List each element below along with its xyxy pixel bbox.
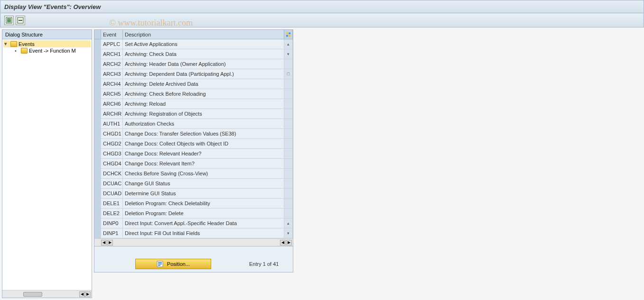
tree-horizontal-scrollbar[interactable]: ◀ ▶ (2, 290, 92, 298)
row-selector[interactable] (94, 119, 101, 128)
vertical-scroll-cell[interactable] (284, 79, 293, 89)
main-area: Dialog Structure ▾ Events • Event -> Fun… (0, 27, 644, 300)
toolbar (0, 13, 644, 27)
table-row[interactable]: APPLCSet Active Applications▴ (94, 39, 293, 49)
table-settings-button[interactable] (284, 30, 293, 39)
cell-description: Deletion Program: Delete (123, 209, 284, 218)
row-selector[interactable] (94, 49, 101, 59)
toolbar-collapse-all-button[interactable] (16, 16, 25, 25)
cell-event: DELE2 (101, 209, 123, 218)
vertical-scroll-cell[interactable] (284, 159, 293, 168)
row-selector[interactable] (94, 179, 101, 188)
vertical-scroll-cell[interactable]: ▴ (284, 39, 293, 49)
table-row[interactable]: ARCH5Archiving: Check Before Reloading (94, 89, 293, 99)
row-selector[interactable] (94, 159, 101, 168)
row-selector[interactable] (94, 69, 101, 79)
vertical-scroll-cell[interactable] (284, 179, 293, 188)
titlebar: Display View "Events": Overview (0, 0, 644, 13)
tree-item-events[interactable]: ▾ Events (3, 40, 91, 47)
row-selector[interactable] (94, 39, 101, 49)
table-row[interactable]: ARCH2Archiving: Header Data (Owner Appli… (94, 59, 293, 69)
cell-description: Change Docs: Transfer Selection Values (… (123, 129, 284, 138)
table-row[interactable]: DELE1Deletion Program: Check Deletabilit… (94, 199, 293, 209)
vertical-scroll-cell[interactable]: ▾ (284, 49, 293, 59)
vertical-scroll-cell[interactable] (284, 169, 293, 178)
row-selector[interactable] (94, 218, 101, 228)
vertical-scroll-cell[interactable]: ▾ (284, 228, 293, 238)
svg-rect-12 (158, 264, 162, 264)
scroll-track[interactable] (4, 292, 78, 297)
row-selector[interactable] (94, 209, 101, 218)
table-row[interactable]: DINP0Direct Input: Convert Appl.-Specifi… (94, 218, 293, 228)
table-row[interactable]: CHGD1Change Docs: Transfer Selection Val… (94, 129, 293, 139)
scroll-left-icon[interactable]: ◀ (280, 240, 286, 245)
table-row[interactable]: DELE2Deletion Program: Delete (94, 209, 293, 218)
scroll-right-icon[interactable]: ▶ (85, 291, 91, 297)
vertical-scroll-cell[interactable] (284, 199, 293, 208)
table-row[interactable]: ARCH6Archiving: Reload (94, 99, 293, 109)
toolbar-expand-all-button[interactable] (4, 16, 14, 25)
tree-toggle-icon[interactable]: ▾ (4, 41, 9, 47)
row-selector[interactable] (94, 89, 101, 99)
table-row[interactable]: DCHCKChecks Before Saving (Cross-View) (94, 169, 293, 179)
scroll-right-icon[interactable]: ▶ (286, 240, 292, 245)
column-header-event[interactable]: Event (101, 30, 123, 39)
vertical-scroll-cell[interactable] (284, 139, 293, 148)
column-header-selector[interactable] (94, 30, 101, 39)
cell-description: Archiving: Reload (123, 99, 284, 109)
table-row[interactable]: DINP1Direct Input: Fill Out Initial Fiel… (94, 228, 293, 238)
row-selector[interactable] (94, 59, 101, 69)
vertical-scroll-cell[interactable]: □ (284, 69, 293, 79)
vertical-scroll-cell[interactable]: ▴ (284, 218, 293, 228)
table-row[interactable]: CHGD3Change Docs: Relevant Header? (94, 149, 293, 159)
cell-event: DINP0 (101, 218, 123, 228)
table-row[interactable]: ARCH4Archiving: Delete Archived Data (94, 79, 293, 89)
table-row[interactable]: ARCH1Archiving: Check Data▾ (94, 49, 293, 59)
cell-event: ARCH1 (101, 49, 123, 59)
row-selector[interactable] (94, 199, 101, 208)
vertical-scroll-cell[interactable] (284, 109, 293, 118)
cell-description: Checks Before Saving (Cross-View) (123, 169, 284, 178)
row-selector[interactable] (94, 129, 101, 138)
row-selector[interactable] (94, 109, 101, 118)
row-selector[interactable] (94, 169, 101, 178)
vertical-scroll-cell[interactable] (284, 149, 293, 158)
table-row[interactable]: CHGD2Change Docs: Collect Objects with O… (94, 139, 293, 149)
vertical-scroll-cell[interactable] (284, 189, 293, 198)
vertical-scroll-cell[interactable] (284, 89, 293, 99)
position-button[interactable]: Position... (135, 259, 211, 269)
table-horizontal-scrollbar[interactable]: ◀ ▶ ◀ ▶ (94, 238, 293, 246)
row-selector[interactable] (94, 228, 101, 238)
cell-event: ARCH5 (101, 89, 123, 99)
row-selector[interactable] (94, 149, 101, 158)
page-title: Display View "Events": Overview (4, 3, 101, 10)
vertical-scroll-cell[interactable] (284, 99, 293, 109)
row-selector[interactable] (94, 189, 101, 198)
scroll-right-icon[interactable]: ▶ (107, 240, 113, 245)
table-row[interactable]: ARCH3Archiving: Dependent Data (Particip… (94, 69, 293, 79)
scroll-left-icon[interactable]: ◀ (79, 291, 85, 297)
scroll-left-icon[interactable]: ◀ (101, 240, 107, 245)
vertical-scroll-cell[interactable] (284, 129, 293, 138)
cell-description: Archiving: Header Data (Owner Applicatio… (123, 59, 284, 69)
table-row[interactable]: DCUACChange GUI Status (94, 179, 293, 189)
svg-rect-3 (7, 21, 11, 22)
cell-description: Direct Input: Convert Appl.-Specific Hea… (123, 218, 284, 228)
table-row[interactable]: AUTH1Authorization Checks (94, 119, 293, 129)
row-selector[interactable] (94, 99, 101, 109)
svg-rect-13 (158, 265, 160, 266)
table-row[interactable]: CHGD4Change Docs: Relevant Item? (94, 159, 293, 169)
column-header-description[interactable]: Description (123, 30, 284, 39)
vertical-scroll-cell[interactable] (284, 119, 293, 128)
cell-event: ARCH2 (101, 59, 123, 69)
table-row[interactable]: ARCHRArchiving: Registration of Objects (94, 109, 293, 119)
row-selector[interactable] (94, 79, 101, 89)
vertical-scroll-cell[interactable] (284, 209, 293, 218)
vertical-scroll-cell[interactable] (284, 59, 293, 69)
cell-event: ARCHR (101, 109, 123, 118)
cell-description: Change GUI Status (123, 179, 284, 188)
row-selector[interactable] (94, 139, 101, 148)
tree-item-event-function[interactable]: • Event -> Function M (3, 47, 91, 54)
scroll-thumb[interactable] (23, 292, 42, 297)
table-row[interactable]: DCUADDetermine GUI Status (94, 189, 293, 199)
